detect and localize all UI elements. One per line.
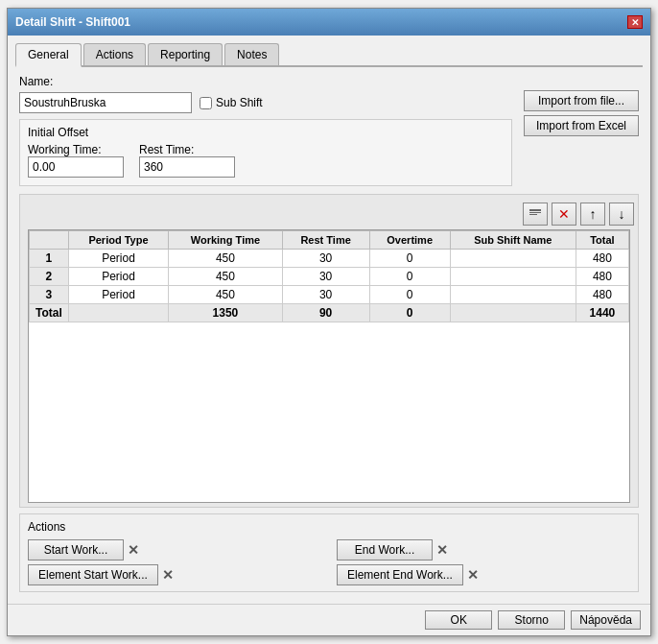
left-form: Name: Sub Shift Initial Offset Working T… [19, 75, 512, 186]
initial-offset-group: Initial Offset Working Time: Rest Time: [19, 119, 512, 186]
working-time-label: Working Time: [28, 143, 101, 156]
cell-sub-shift-name [450, 268, 576, 286]
working-time-input[interactable] [28, 156, 124, 178]
svg-rect-2 [529, 214, 537, 215]
title-bar-controls: ✕ [627, 15, 643, 29]
svg-rect-1 [529, 212, 541, 213]
col-header-num [30, 231, 69, 250]
element-end-work-button[interactable]: Element End Work... [337, 564, 463, 585]
import-file-button[interactable]: Import from file... [524, 90, 639, 111]
element-start-work-close[interactable]: ✕ [162, 568, 174, 582]
table-row[interactable]: 2 Period 450 30 0 480 [30, 268, 629, 286]
sub-shift-checkbox[interactable] [200, 97, 212, 109]
tab-bar: General Actions Reporting Notes [15, 43, 643, 67]
initial-offset-title: Initial Offset [28, 126, 504, 139]
cell-period-type: Period [68, 250, 168, 268]
name-input[interactable] [19, 92, 192, 113]
ok-button[interactable]: OK [425, 610, 492, 630]
end-work-row: End Work... ✕ [337, 539, 630, 561]
table-toolbar: ✕ ↑ ↓ [24, 199, 634, 229]
cell-total-overtime: 0 [369, 304, 450, 322]
sub-shift-label: Sub Shift [216, 96, 263, 109]
name-label: Name: [19, 75, 53, 88]
cell-sub-shift-name [450, 250, 576, 268]
cell-sub-shift-name [450, 286, 576, 304]
sub-shift-checkbox-label[interactable]: Sub Shift [200, 96, 263, 109]
bottom-bar: OK Storno Nápověda [8, 604, 650, 635]
napoveda-button[interactable]: Nápověda [571, 610, 641, 630]
end-work-close[interactable]: ✕ [436, 543, 448, 557]
col-header-rest-time: Rest Time [282, 231, 369, 250]
move-up-toolbar-button[interactable]: ↑ [580, 203, 605, 226]
tab-reporting[interactable]: Reporting [148, 43, 223, 65]
actions-group: Actions Start Work... ✕ End Work... ✕ El… [19, 513, 639, 592]
cell-total-label: Total [30, 304, 69, 322]
col-header-period-type: Period Type [68, 231, 168, 250]
tab-general[interactable]: General [15, 43, 82, 67]
cell-period-type: Period [68, 286, 168, 304]
main-window: Detail Shift - Shift001 ✕ General Action… [7, 8, 651, 636]
right-buttons: Import from file... Import from Excel [524, 75, 639, 136]
working-time-field: Working Time: [28, 143, 124, 178]
col-header-overtime: Overtime [369, 231, 450, 250]
cell-total: 480 [576, 250, 628, 268]
element-start-work-button[interactable]: Element Start Work... [28, 564, 158, 585]
move-down-toolbar-button[interactable]: ↓ [609, 203, 634, 226]
title-bar: Detail Shift - Shift001 ✕ [8, 9, 650, 36]
cell-num: 1 [30, 250, 69, 268]
actions-section-title: Actions [28, 520, 630, 534]
cell-total-rest-time: 90 [282, 304, 369, 322]
cell-working-time: 450 [169, 250, 283, 268]
rest-time-label: Rest Time: [139, 143, 194, 156]
storno-button[interactable]: Storno [498, 610, 565, 630]
main-panel: ✕ ↑ ↓ Period Type Working Time Rest Time… [19, 194, 639, 508]
cell-total-working-time: 1350 [169, 304, 283, 322]
start-work-row: Start Work... ✕ [28, 539, 321, 561]
window-content: General Actions Reporting Notes Name: Su… [8, 36, 650, 604]
svg-rect-0 [529, 209, 541, 211]
cell-num: 3 [30, 286, 69, 304]
cell-overtime: 0 [369, 286, 450, 304]
cell-total: 480 [576, 286, 628, 304]
col-header-working-time: Working Time [169, 231, 283, 250]
actions-grid: Start Work... ✕ End Work... ✕ Element St… [28, 539, 630, 585]
col-header-sub-shift-name: Sub Shift Name [450, 231, 576, 250]
edit-icon [528, 207, 543, 221]
rest-time-input[interactable] [139, 156, 235, 178]
cell-overtime: 0 [369, 250, 450, 268]
table-container: Period Type Working Time Rest Time Overt… [28, 229, 630, 503]
element-end-work-close[interactable]: ✕ [467, 568, 479, 582]
start-work-button[interactable]: Start Work... [28, 539, 124, 561]
tab-actions[interactable]: Actions [83, 43, 146, 65]
window-title: Detail Shift - Shift001 [15, 15, 130, 29]
edit-toolbar-button[interactable] [523, 203, 548, 226]
import-excel-button[interactable]: Import from Excel [524, 115, 639, 136]
element-end-work-row: Element End Work... ✕ [337, 564, 630, 585]
col-header-total: Total [576, 231, 628, 250]
close-button[interactable]: ✕ [627, 15, 643, 29]
cell-period-type: Period [68, 268, 168, 286]
cell-total-period-type [68, 304, 168, 322]
start-work-close[interactable]: ✕ [128, 543, 139, 557]
cell-rest-time: 30 [282, 250, 369, 268]
cell-rest-time: 30 [282, 268, 369, 286]
cell-num: 2 [30, 268, 69, 286]
table-row[interactable]: 3 Period 450 30 0 480 [30, 286, 629, 304]
end-work-button[interactable]: End Work... [337, 539, 433, 561]
cell-working-time: 450 [169, 268, 283, 286]
cell-total-sub-shift-name [450, 304, 576, 322]
cell-total-total: 1440 [576, 304, 628, 322]
table-row[interactable]: 1 Period 450 30 0 480 [30, 250, 629, 268]
rest-time-field: Rest Time: [139, 143, 235, 178]
table-row-total: Total 1350 90 0 1440 [30, 304, 629, 322]
delete-toolbar-button[interactable]: ✕ [552, 203, 576, 226]
tab-notes[interactable]: Notes [224, 43, 279, 65]
cell-rest-time: 30 [282, 286, 369, 304]
top-area: Name: Sub Shift Initial Offset Working T… [15, 75, 643, 186]
element-start-work-row: Element Start Work... ✕ [28, 564, 321, 585]
cell-overtime: 0 [369, 268, 450, 286]
cell-working-time: 450 [169, 286, 283, 304]
cell-total: 480 [576, 268, 628, 286]
periods-table: Period Type Working Time Rest Time Overt… [29, 230, 629, 322]
